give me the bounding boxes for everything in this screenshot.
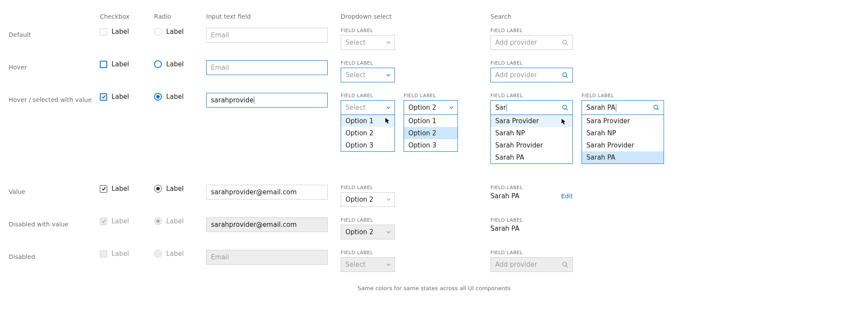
chevron-down-icon — [386, 197, 391, 202]
search-placeholder: Add provider — [495, 71, 537, 79]
search-result[interactable]: Sarah PA — [491, 151, 572, 164]
radio-label: Label — [166, 60, 184, 68]
checkbox-disabled — [100, 250, 107, 258]
dropdown-option[interactable]: Option 3 — [341, 139, 395, 151]
row-label-hover: Hover — [9, 60, 100, 71]
search-result[interactable]: Sarah NP — [491, 127, 572, 139]
search-icon — [562, 262, 568, 268]
cursor-icon — [561, 118, 566, 127]
dropdown-disabled: Select — [341, 257, 395, 272]
search-result[interactable]: Sara Provider — [582, 115, 664, 127]
text-input-disabled: Email — [206, 250, 328, 265]
svg-line-9 — [566, 266, 568, 268]
footer-note: Same colors for same states across all U… — [9, 285, 859, 291]
checkbox-value[interactable] — [100, 185, 107, 193]
dropdown-option[interactable]: Option 1 — [404, 115, 457, 127]
row-label-hover-selected: Hover / selected with value — [9, 93, 100, 103]
svg-point-6 — [654, 105, 658, 109]
radio-label: Label — [166, 93, 184, 101]
cursor-icon — [385, 118, 390, 126]
svg-point-0 — [563, 40, 567, 44]
text-caret — [616, 104, 616, 111]
radio-label: Label — [166, 28, 184, 36]
checkbox-label: Label — [112, 250, 129, 258]
search-icon — [562, 105, 568, 111]
dropdown-open[interactable]: Select — [341, 100, 395, 115]
svg-line-5 — [566, 109, 568, 111]
text-input-hover[interactable]: Email — [206, 60, 328, 75]
column-header-search: Search — [490, 13, 664, 28]
chevron-down-icon — [386, 40, 391, 45]
edit-link[interactable]: Edit — [561, 193, 573, 200]
text-caret — [506, 104, 507, 111]
radio-checked[interactable] — [154, 93, 162, 101]
checkbox-hover[interactable] — [100, 61, 107, 68]
field-label: FIELD LABEL — [490, 93, 573, 98]
dropdown-selected: Option 2 — [345, 228, 373, 236]
radio-default[interactable] — [154, 28, 162, 36]
search-result[interactable]: Sarah Provider — [491, 139, 572, 151]
search-icon — [562, 39, 568, 46]
checkbox-label: Label — [112, 28, 129, 36]
search-default[interactable]: Add provider — [490, 35, 573, 50]
field-label: FIELD LABEL — [490, 185, 573, 190]
dropdown-value: Select — [345, 71, 365, 79]
search-focus[interactable]: Sar — [490, 100, 573, 115]
svg-line-1 — [566, 44, 568, 46]
svg-point-2 — [563, 73, 567, 77]
search-result-selected[interactable]: Sarah PA — [582, 151, 664, 164]
text-input-focus[interactable]: sarahprovide — [206, 93, 328, 108]
svg-point-4 — [563, 105, 567, 109]
row-label-disabled-value: Disabled with value — [9, 217, 100, 228]
radio-label: Label — [166, 185, 184, 193]
dropdown-option[interactable]: Option 3 — [404, 139, 457, 151]
search-focus-selected[interactable]: Sarah PA — [582, 100, 664, 115]
dropdown-open-selected[interactable]: Option 2 — [404, 100, 458, 115]
chevron-down-icon — [386, 72, 391, 78]
field-label: FIELD LABEL — [490, 250, 573, 255]
checkbox-checked[interactable] — [100, 93, 107, 101]
text-input-disabled-value: sarahprovider@email.com — [206, 217, 328, 232]
column-header-input: Input text field — [206, 13, 341, 28]
field-label: FIELD LABEL — [404, 93, 458, 98]
row-label-default: Default — [9, 28, 100, 38]
chevron-down-icon — [449, 105, 454, 110]
dropdown-option[interactable]: Option 2 — [341, 127, 395, 139]
radio-hover[interactable] — [154, 60, 162, 68]
search-result[interactable]: Sara Provider — [491, 115, 572, 127]
search-placeholder: Add provider — [495, 39, 537, 46]
search-value: Sar — [495, 104, 506, 111]
text-input-default[interactable]: Email — [206, 28, 328, 43]
row-label-disabled: Disabled — [9, 250, 100, 260]
search-result[interactable]: Sarah NP — [582, 127, 664, 139]
column-header-checkbox: Checkbox — [100, 13, 154, 28]
svg-line-7 — [658, 109, 659, 111]
search-result[interactable]: Sarah Provider — [582, 139, 664, 151]
radio-label: Label — [166, 217, 184, 225]
radio-label: Label — [166, 250, 184, 258]
radio-value[interactable] — [154, 185, 162, 193]
field-label: FIELD LABEL — [341, 250, 395, 255]
field-label: FIELD LABEL — [341, 28, 395, 33]
search-selected-value: Sarah PA — [490, 192, 519, 200]
svg-line-3 — [566, 76, 568, 78]
input-value: sarahprovide — [211, 96, 253, 104]
field-label: FIELD LABEL — [341, 217, 395, 223]
chevron-down-icon — [386, 262, 391, 267]
dropdown-value[interactable]: Option 2 — [341, 192, 395, 207]
checkbox-default[interactable] — [100, 28, 107, 36]
checkbox-label: Label — [112, 93, 129, 101]
dropdown-option[interactable]: Option 1 — [341, 115, 395, 127]
dropdown-option-selected[interactable]: Option 2 — [404, 127, 457, 139]
chevron-down-icon — [386, 229, 391, 235]
chevron-down-icon — [386, 105, 391, 110]
dropdown-hover[interactable]: Select — [341, 68, 395, 82]
svg-point-8 — [563, 262, 567, 266]
checkbox-label: Label — [112, 185, 129, 193]
dropdown-value: Select — [345, 39, 365, 46]
search-hover[interactable]: Add provider — [490, 68, 573, 82]
text-caret — [254, 96, 254, 104]
text-input-value[interactable]: sarahprovider@email.com — [206, 185, 328, 200]
field-label: FIELD LABEL — [490, 217, 573, 223]
dropdown-default[interactable]: Select — [341, 35, 395, 50]
